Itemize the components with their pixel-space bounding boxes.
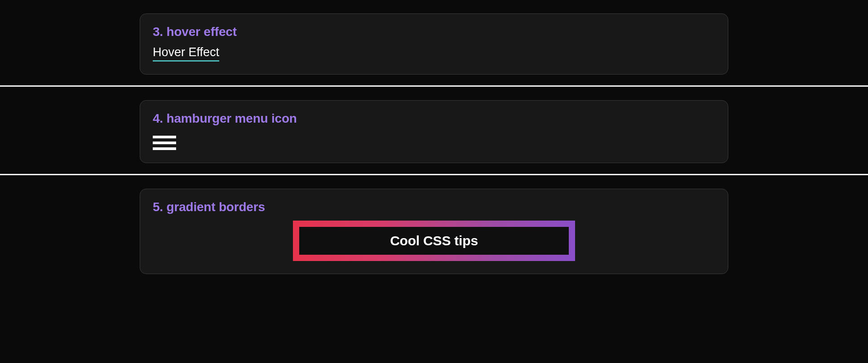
card-heading: 3. hover effect [153, 25, 715, 39]
section-gradient-borders: 5. gradient borders Cool CSS tips [0, 175, 868, 285]
gradient-border-box: Cool CSS tips [293, 221, 575, 261]
card-hover-effect: 3. hover effect Hover Effect [140, 13, 728, 75]
gradient-inner-box: Cool CSS tips [299, 227, 569, 255]
hover-effect-link[interactable]: Hover Effect [153, 45, 219, 62]
section-hamburger: 4. hamburger menu icon [0, 87, 868, 174]
card-heading: 4. hamburger menu icon [153, 111, 715, 126]
section-hover-effect: 3. hover effect Hover Effect [0, 0, 868, 85]
hamburger-menu-icon[interactable] [153, 136, 176, 150]
hamburger-bar [153, 136, 176, 138]
gradient-inner-text: Cool CSS tips [390, 233, 478, 248]
card-gradient-borders: 5. gradient borders Cool CSS tips [140, 189, 728, 274]
card-heading: 5. gradient borders [153, 200, 715, 214]
hamburger-bar [153, 147, 176, 150]
hamburger-bar [153, 142, 176, 144]
gradient-border-container: Cool CSS tips [153, 221, 715, 261]
card-hamburger: 4. hamburger menu icon [140, 100, 728, 163]
